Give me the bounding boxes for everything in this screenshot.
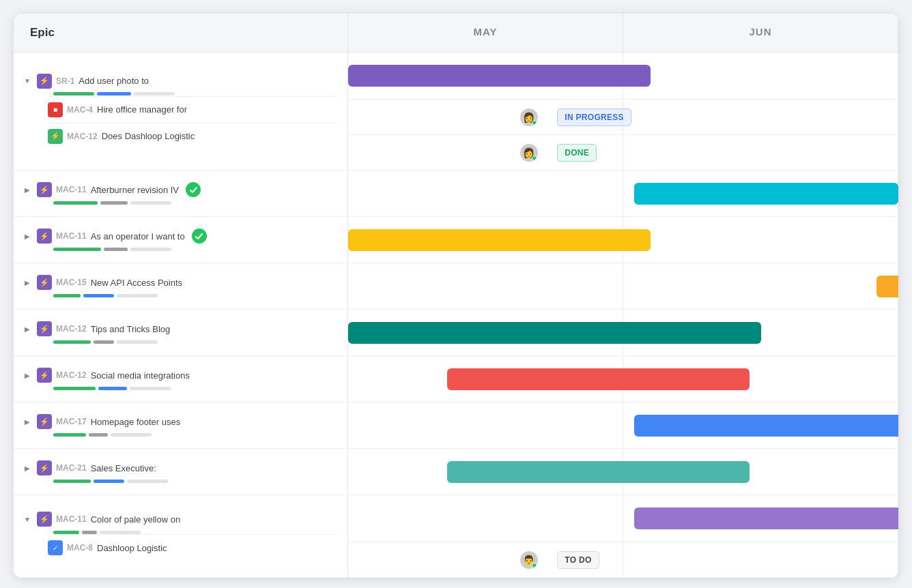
epic-type-icon: ⚡	[37, 368, 52, 383]
sub-epic-icon: ■	[48, 102, 63, 117]
sub-epic-icon: ⚡	[48, 129, 63, 144]
epic-title: Social media integrations	[91, 370, 190, 381]
epic-title: As an operator I want to	[91, 231, 185, 241]
avatar: 👩	[519, 107, 539, 128]
sub-epic-title: Does Dashloop Logistic	[102, 131, 195, 141]
header-month-jun: JUN	[623, 14, 898, 52]
status-badge: DONE	[557, 144, 597, 162]
epic-title: New API Access Points	[91, 278, 182, 288]
epic-cell: ▼⚡SR-1Add user photo to■MAC-4Hire office…	[14, 53, 348, 171]
chevron-icon[interactable]: ▶	[22, 277, 33, 288]
chart-cell	[348, 171, 898, 217]
sub-chart-row: 👨TO DO	[348, 542, 898, 577]
sub-epic-row: ■MAC-4Hire office manager for	[48, 96, 337, 123]
epic-type-icon: ⚡	[37, 414, 52, 429]
sub-epic-icon: ✓	[48, 540, 63, 555]
epic-title: Color of pale yellow on	[91, 514, 181, 525]
gantt-bar	[447, 368, 750, 390]
gantt-bar	[634, 508, 898, 529]
checkmark-icon	[186, 182, 201, 197]
ticket-id: MAC-11	[56, 185, 87, 194]
gantt-bar	[634, 183, 898, 205]
ticket-id: MAC-15	[56, 278, 87, 287]
gantt-bar	[447, 461, 750, 483]
gantt-bar	[877, 276, 898, 297]
avatar: 👩	[519, 143, 539, 163]
epic-type-icon: ⚡	[37, 229, 52, 244]
status-badge: TO DO	[557, 551, 599, 569]
epic-cell: ▶⚡MAC-11Afterburner revision IV	[14, 171, 348, 217]
sub-epic-row: ⚡MAC-12Does Dashloop Logistic	[48, 123, 337, 149]
chevron-icon[interactable]: ▼	[22, 514, 33, 525]
epic-type-icon: ⚡	[37, 321, 52, 336]
chart-cell	[348, 310, 898, 356]
chart-cell	[348, 449, 898, 495]
sub-epic-row: ✓MAC-8Dashloop Logistic	[48, 534, 337, 561]
sub-ticket-id: MAC-4	[67, 105, 93, 115]
gantt-bar	[348, 322, 761, 344]
chevron-icon[interactable]: ▶	[22, 184, 33, 195]
epic-title: Afterburner revision IV	[91, 185, 179, 195]
epic-cell: ▶⚡MAC-21Sales Executive:	[14, 449, 348, 495]
ticket-id: MAC-17	[56, 417, 87, 426]
epic-type-icon: ⚡	[37, 74, 52, 89]
sub-epic-title: Hire office manager for	[97, 104, 187, 115]
status-badge: IN PROGRESS	[557, 108, 631, 126]
epic-cell: ▼⚡MAC-11Color of pale yellow on✓MAC-8Das…	[14, 495, 348, 578]
epic-title: Homepage footer uses	[91, 417, 181, 427]
chart-cell	[348, 263, 898, 310]
epic-title: Tips and Tricks Blog	[91, 324, 171, 334]
gantt-bar	[348, 229, 651, 251]
header-months: MAY JUN	[348, 14, 898, 53]
avatar: 👨	[519, 550, 539, 570]
header-month-may: MAY	[348, 14, 623, 52]
chevron-icon[interactable]: ▶	[22, 231, 33, 241]
epic-type-icon: ⚡	[37, 460, 52, 475]
epic-cell: ▶⚡MAC-17Homepage footer uses	[14, 402, 348, 449]
chevron-icon[interactable]: ▶	[22, 416, 33, 427]
chevron-icon[interactable]: ▶	[22, 370, 33, 381]
sub-epic-title: Dashloop Logistic	[97, 543, 167, 553]
gantt-bar	[348, 65, 651, 87]
epic-type-icon: ⚡	[37, 512, 52, 527]
sub-chart-row: 👩IN PROGRESS	[348, 99, 898, 134]
header-epic: Epic	[14, 14, 348, 53]
epic-type-icon: ⚡	[37, 182, 52, 197]
ticket-id: MAC-21	[56, 463, 87, 473]
chevron-icon[interactable]: ▼	[22, 76, 33, 87]
epic-cell: ▶⚡MAC-12Social media integrations	[14, 356, 348, 402]
ticket-id: MAC-11	[56, 514, 87, 524]
sub-ticket-id: MAC-8	[67, 543, 93, 553]
epic-title: Sales Executive:	[91, 463, 156, 473]
sub-ticket-id: MAC-12	[67, 132, 98, 141]
chart-cell: 👩IN PROGRESS👩DONE	[348, 53, 898, 171]
gantt-container: Epic MAY JUN ▼⚡SR-1Add user photo to■MAC…	[14, 14, 898, 578]
checkmark-icon	[192, 229, 207, 244]
epic-cell: ▶⚡MAC-11As an operator I want to	[14, 217, 348, 263]
chevron-icon[interactable]: ▶	[22, 323, 33, 334]
chevron-icon[interactable]: ▶	[22, 462, 33, 473]
chart-cell	[348, 402, 898, 449]
chart-cell	[348, 217, 898, 263]
ticket-id: MAC-12	[56, 324, 87, 334]
epic-cell: ▶⚡MAC-12Tips and Tricks Blog	[14, 310, 348, 356]
ticket-id: SR-1	[56, 76, 74, 86]
ticket-id: MAC-11	[56, 231, 87, 241]
epic-title: Add user photo to	[79, 76, 149, 86]
chart-cell: 👨TO DO	[348, 495, 898, 578]
sub-chart-row: 👩DONE	[348, 134, 898, 170]
ticket-id: MAC-12	[56, 370, 87, 380]
gantt-grid: Epic MAY JUN ▼⚡SR-1Add user photo to■MAC…	[14, 14, 898, 578]
gantt-bar	[634, 415, 898, 437]
epic-type-icon: ⚡	[37, 275, 52, 290]
chart-cell	[348, 356, 898, 402]
epic-cell: ▶⚡MAC-15New API Access Points	[14, 263, 348, 310]
